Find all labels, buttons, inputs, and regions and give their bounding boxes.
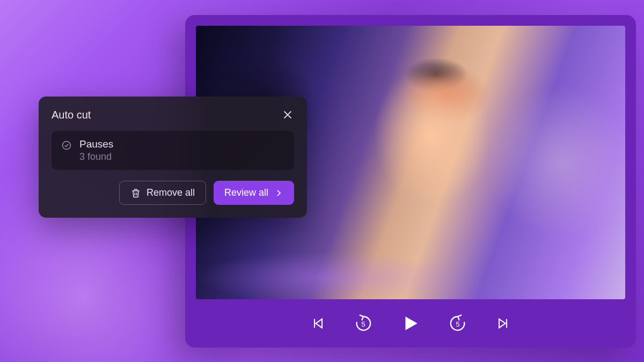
player-controls: 5 5	[196, 299, 625, 348]
pauses-text: Pauses 3 found	[79, 138, 113, 162]
skip-previous-icon	[311, 316, 326, 331]
forward-5-icon: 5	[449, 314, 467, 333]
trash-icon	[130, 188, 141, 198]
chevron-right-icon	[274, 188, 283, 198]
svg-text:5: 5	[456, 320, 459, 328]
panel-title: Auto cut	[52, 109, 91, 121]
pauses-label: Pauses	[79, 138, 113, 150]
panel-actions: Remove all Review all	[52, 181, 294, 205]
rewind-5-icon: 5	[354, 314, 372, 333]
play-button[interactable]	[399, 312, 422, 335]
play-icon	[400, 313, 421, 334]
next-button[interactable]	[493, 314, 513, 333]
review-all-label: Review all	[224, 187, 268, 198]
remove-all-button[interactable]: Remove all	[119, 181, 206, 205]
check-circle-icon	[61, 140, 72, 151]
previous-button[interactable]	[309, 314, 328, 333]
close-button[interactable]	[281, 108, 294, 121]
review-all-button[interactable]: Review all	[214, 181, 294, 205]
svg-text:5: 5	[361, 320, 365, 328]
auto-cut-panel: Auto cut Pauses 3 found	[39, 97, 307, 218]
svg-point-6	[63, 142, 71, 150]
pauses-count: 3 found	[79, 151, 113, 162]
close-icon	[282, 109, 294, 121]
rewind-5-button[interactable]: 5	[354, 314, 373, 333]
remove-all-label: Remove all	[147, 187, 195, 198]
pauses-item[interactable]: Pauses 3 found	[52, 131, 294, 170]
skip-next-icon	[495, 316, 510, 331]
forward-5-button[interactable]: 5	[448, 314, 467, 333]
panel-header: Auto cut	[52, 108, 294, 121]
